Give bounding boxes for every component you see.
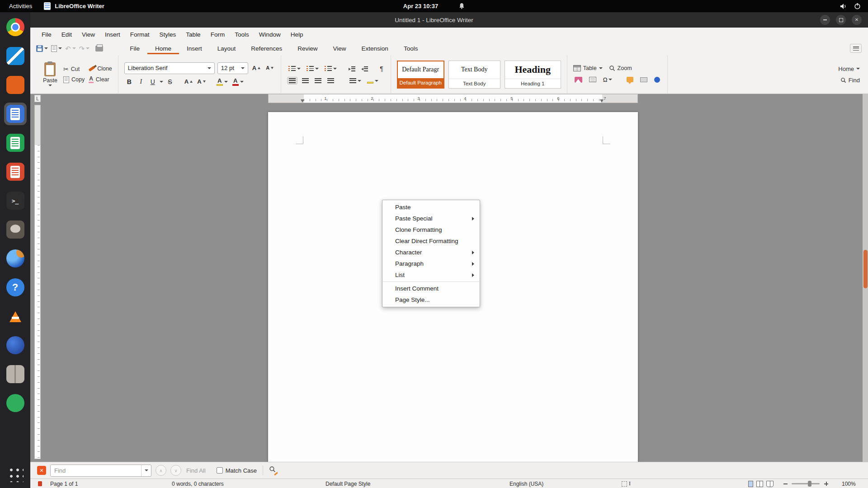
menu-format[interactable]: Format [126,29,154,40]
undo-button[interactable]: ↶ [65,45,76,52]
vertical-scrollbar[interactable] [863,94,868,462]
superscript-button[interactable]: A [183,78,194,85]
show-applications-button[interactable] [4,463,27,485]
font-color-button[interactable]: A [231,77,245,87]
power-icon[interactable] [854,3,861,9]
maximize-button[interactable] [836,15,846,25]
shrink-font-button[interactable]: A [264,65,275,71]
menu-insert[interactable]: Insert [100,29,125,40]
special-character-button[interactable]: Ω [602,75,614,84]
style-heading-1[interactable]: Heading Heading 1 [505,61,561,89]
zoom-slider[interactable] [792,479,820,488]
selection-mode-status[interactable]: I [622,479,631,488]
context-menu-item-clear-direct-formatting[interactable]: Clear Direct Formatting [382,235,480,247]
single-page-view-button[interactable] [748,481,753,487]
highlight-color-button[interactable]: A [215,77,229,87]
clock[interactable]: Apr 23 10:37 [403,3,438,9]
menu-window[interactable]: Window [255,29,285,40]
underline-dropdown-icon[interactable] [160,81,163,83]
style-default-paragraph[interactable]: Default Paragr Default Paragraph [397,61,444,89]
tab-stop-selector[interactable]: L [34,95,41,102]
right-indent-marker[interactable] [600,99,604,103]
print-button[interactable] [93,46,103,52]
insert-comment-button[interactable] [625,76,635,83]
language-status[interactable]: English (USA) [509,479,543,488]
window-title-bar[interactable]: Untitled 1 - LibreOffice Writer [0,12,868,28]
numbered-list-button[interactable] [305,65,320,72]
menu-form[interactable]: Form [206,29,230,40]
zoom-button[interactable]: Zoom [609,65,632,71]
dock-item-chrome[interactable] [4,16,27,38]
context-menu-item-list[interactable]: List [382,269,480,281]
align-right-button[interactable] [313,77,323,84]
zoom-out-button[interactable] [783,479,788,488]
italic-button[interactable]: I [136,77,146,87]
dock-item-libreoffice-impress[interactable] [4,160,27,183]
font-name-combo[interactable]: Liberation Serif [124,62,215,74]
tab-file[interactable]: File [122,42,147,54]
mail-merge-button[interactable] [639,76,649,83]
match-case-checkbox[interactable] [217,467,223,474]
line-spacing-button[interactable] [348,77,363,84]
paste-button[interactable]: Paste [41,61,59,87]
context-menu-item-insert-comment[interactable]: Insert Comment [382,283,480,294]
copy-button[interactable]: Copy [63,76,85,83]
subscript-button[interactable]: A [196,78,207,85]
justify-button[interactable] [326,77,335,84]
decrease-indent-button[interactable] [360,66,369,72]
grow-font-button[interactable]: A [251,64,262,72]
menu-table[interactable]: Table [181,29,205,40]
notebookbar-menu-button[interactable] [850,44,862,53]
context-menu-item-page-style[interactable]: Page Style... [382,294,480,305]
menu-view[interactable]: View [77,29,99,40]
dock-item-software-center[interactable] [4,392,27,414]
align-left-button[interactable] [287,77,297,84]
multi-page-view-button[interactable] [756,481,763,487]
scrollbar-thumb[interactable] [863,250,868,288]
bullet-list-button[interactable] [287,65,302,72]
strikethrough-button[interactable]: S [165,77,175,87]
left-indent-marker[interactable] [301,99,304,103]
paragraph-background-button[interactable] [366,77,380,84]
insert-frame-button[interactable] [588,76,598,83]
word-count-status[interactable]: 0 words, 0 characters [172,479,224,488]
clone-formatting-button[interactable]: Clone [89,66,112,72]
close-button[interactable] [852,15,862,25]
context-menu-item-paragraph[interactable]: Paragraph [382,258,480,269]
dock-item-libreoffice-calc[interactable] [4,131,27,154]
formatting-marks-button[interactable]: ¶ [378,64,385,73]
tab-insert[interactable]: Insert [179,42,210,54]
find-toolbar-toggle[interactable]: Find [840,77,860,84]
notification-bell-icon[interactable] [459,3,465,9]
tab-review[interactable]: Review [290,42,325,54]
vertical-ruler[interactable] [34,105,41,459]
menu-help[interactable]: Help [286,29,308,40]
menu-file[interactable]: File [37,29,56,40]
menu-tools[interactable]: Tools [230,29,254,40]
context-menu-item-paste[interactable]: Paste [382,202,480,213]
context-menu-item-character[interactable]: Character [382,247,480,258]
find-next-button[interactable]: ∨ [170,465,181,476]
find-toolbar-close-button[interactable]: ✕ [37,466,46,475]
book-view-button[interactable] [766,481,774,487]
clear-formatting-button[interactable]: AClear [89,76,112,83]
document-modified-indicator[interactable] [38,479,42,488]
context-menu-item-paste-special[interactable]: Paste Special [382,213,480,224]
dock-item-files[interactable] [4,74,27,96]
page-style-status[interactable]: Default Page Style [326,479,370,488]
insert-image-button[interactable] [573,76,584,84]
dock-item-help[interactable]: ? [4,276,27,299]
cut-button[interactable]: ✂Cut [63,66,85,72]
outline-list-button[interactable] [323,65,338,72]
table-button[interactable]: Table [573,65,603,71]
volume-icon[interactable] [840,3,847,9]
zoom-percentage[interactable]: 100% [842,479,856,488]
tab-extension[interactable]: Extension [354,42,396,54]
dock-item-browser[interactable] [4,334,27,357]
redo-button[interactable]: ↷ [79,45,90,52]
dock-item-vlc[interactable] [4,305,27,328]
zoom-slider-thumb[interactable] [808,481,811,487]
minimize-button[interactable] [820,15,830,25]
menu-edit[interactable]: Edit [57,29,76,40]
horizontal-ruler[interactable]: 1 2 3 4 5 6 7 [268,94,638,103]
